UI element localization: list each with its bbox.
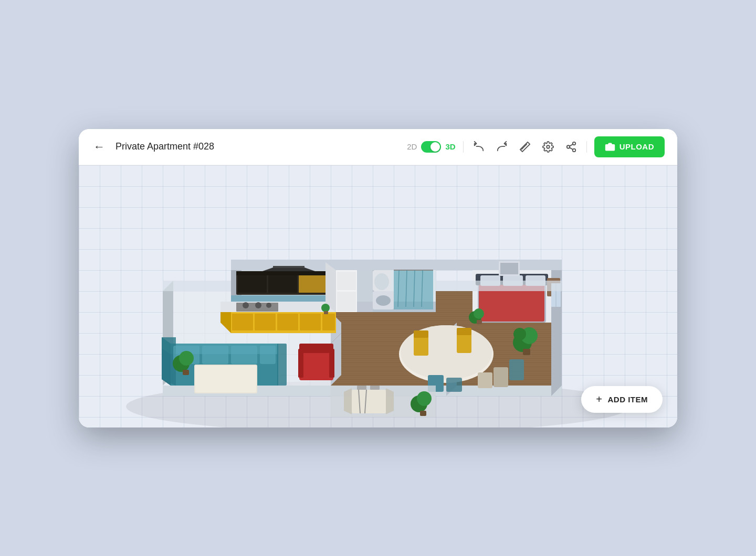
svg-rect-107	[414, 330, 428, 338]
svg-rect-60	[337, 292, 356, 311]
svg-rect-113	[494, 367, 508, 387]
undo-button[interactable]	[471, 139, 487, 155]
svg-rect-100	[329, 349, 334, 378]
svg-line-8	[570, 147, 573, 149]
svg-line-3	[521, 148, 522, 149]
page-title: Private Apartment #028	[116, 141, 214, 152]
share-button[interactable]	[563, 139, 579, 155]
settings-button[interactable]	[540, 139, 556, 155]
svg-rect-94	[260, 346, 276, 364]
back-button[interactable]: ←	[91, 138, 107, 156]
svg-rect-97	[299, 349, 333, 380]
ruler-icon	[519, 141, 531, 153]
separator	[463, 141, 464, 153]
svg-point-102	[179, 351, 194, 366]
svg-rect-125	[420, 411, 426, 416]
svg-point-4	[547, 145, 550, 148]
app-container: ← Private Apartment #028 2D 3D	[79, 129, 677, 427]
svg-line-0	[523, 147, 524, 148]
svg-rect-93	[231, 346, 257, 364]
svg-rect-49	[300, 314, 321, 330]
svg-rect-81	[500, 263, 518, 274]
view-2d-label: 2D	[407, 142, 417, 151]
svg-rect-131	[324, 311, 328, 314]
svg-rect-47	[255, 314, 276, 330]
svg-point-130	[321, 304, 330, 312]
svg-rect-108	[457, 333, 471, 353]
gear-icon	[542, 141, 554, 153]
svg-marker-133	[436, 281, 562, 291]
svg-point-83	[474, 308, 484, 319]
undo-icon	[473, 141, 485, 153]
svg-line-9	[570, 144, 573, 146]
svg-marker-117	[344, 388, 352, 414]
measure-button[interactable]	[517, 139, 533, 155]
view-mode-toggle[interactable]	[421, 141, 441, 153]
svg-rect-109	[457, 328, 471, 335]
svg-point-54	[255, 302, 261, 308]
svg-point-128	[513, 328, 526, 340]
redo-icon	[496, 141, 508, 153]
header-controls: 2D 3D	[407, 136, 665, 157]
upload-button[interactable]: UPLOAD	[594, 136, 665, 157]
camera-icon	[605, 142, 615, 152]
svg-rect-106	[414, 336, 428, 356]
svg-rect-114	[509, 359, 524, 380]
svg-rect-59	[337, 272, 356, 290]
svg-rect-40	[299, 275, 328, 293]
svg-rect-46	[232, 314, 253, 330]
canvas-area: + ADD ITEM	[79, 165, 677, 427]
svg-rect-39	[268, 275, 297, 293]
add-item-label: ADD ITEM	[608, 395, 648, 404]
svg-rect-92	[202, 346, 228, 364]
svg-rect-84	[477, 320, 482, 324]
svg-rect-103	[183, 370, 189, 375]
view-toggle: 2D 3D	[407, 141, 455, 153]
view-3d-label: 3D	[445, 142, 455, 151]
svg-rect-99	[298, 349, 303, 378]
svg-rect-96	[195, 366, 256, 392]
svg-rect-120	[370, 386, 380, 390]
header: ← Private Apartment #028 2D 3D	[79, 129, 677, 165]
svg-rect-116	[352, 390, 386, 413]
svg-line-2	[526, 144, 527, 145]
svg-rect-129	[523, 349, 530, 355]
svg-rect-56	[231, 295, 336, 302]
svg-rect-90	[277, 344, 287, 386]
svg-point-53	[243, 302, 249, 308]
separator-2	[586, 141, 587, 153]
svg-rect-112	[478, 372, 492, 388]
redo-button[interactable]	[494, 139, 510, 155]
share-icon	[565, 141, 577, 153]
svg-rect-48	[277, 314, 298, 330]
svg-rect-43	[273, 266, 304, 268]
svg-marker-132	[163, 281, 231, 291]
svg-rect-38	[238, 275, 267, 293]
svg-line-1	[524, 145, 525, 146]
svg-point-70	[374, 273, 389, 290]
svg-rect-98	[299, 344, 333, 353]
add-item-button[interactable]: + ADD ITEM	[581, 386, 663, 413]
svg-rect-119	[357, 386, 366, 390]
plus-icon: +	[596, 393, 602, 405]
svg-rect-50	[322, 314, 335, 330]
svg-point-55	[266, 303, 271, 308]
svg-point-124	[417, 391, 432, 406]
svg-marker-118	[386, 388, 394, 414]
header-left: ← Private Apartment #028	[91, 138, 398, 156]
svg-rect-111	[446, 378, 462, 392]
svg-point-68	[376, 295, 391, 306]
